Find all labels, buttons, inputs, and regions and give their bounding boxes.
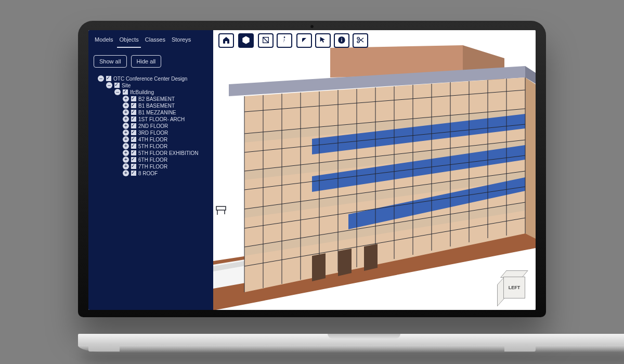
walk-icon xyxy=(280,36,289,46)
visibility-checkbox[interactable] xyxy=(106,76,111,81)
snip-icon xyxy=(356,36,365,46)
expand-toggle[interactable]: + xyxy=(123,150,129,156)
select-icon xyxy=(319,36,327,46)
expand-toggle[interactable]: + xyxy=(123,96,129,102)
laptop-mockup: ModelsObjectsClassesStoreys Show all Hid… xyxy=(78,21,546,317)
visibility-checkbox[interactable] xyxy=(131,137,136,142)
visibility-checkbox[interactable] xyxy=(123,89,128,95)
expand-toggle[interactable]: + xyxy=(123,109,129,115)
camera-dot xyxy=(310,24,314,29)
cube-icon xyxy=(242,36,250,46)
tree-node-label[interactable]: 2ND FLOOR xyxy=(138,123,168,129)
toolbar xyxy=(218,33,368,48)
expand-toggle[interactable]: + xyxy=(123,136,129,142)
expand-toggle[interactable]: + xyxy=(123,163,129,170)
svg-rect-51 xyxy=(216,206,226,210)
nav-cube[interactable]: LEFT xyxy=(497,270,526,300)
visibility-checkbox[interactable] xyxy=(131,164,136,169)
visibility-checkbox[interactable] xyxy=(131,103,136,108)
tree-node-label[interactable]: 7TH FLOOR xyxy=(138,164,167,170)
tree-node-label[interactable]: B2 BASEMENT xyxy=(138,96,175,102)
hide-icon xyxy=(300,36,308,46)
select-button[interactable] xyxy=(315,33,331,48)
expand-toggle[interactable]: + xyxy=(123,170,129,176)
collapse-toggle[interactable]: – xyxy=(114,89,121,95)
tab-objects[interactable]: Objects xyxy=(117,34,140,48)
hide-button[interactable] xyxy=(296,33,312,48)
nav-cube-front[interactable]: LEFT xyxy=(503,277,525,298)
hide-all-button[interactable]: Hide all xyxy=(131,55,162,68)
cube-button[interactable] xyxy=(238,33,254,48)
tabs: ModelsObjectsClassesStoreys xyxy=(88,34,213,50)
home-button[interactable] xyxy=(218,33,234,48)
show-all-button[interactable]: Show all xyxy=(94,55,127,68)
laptop-base xyxy=(78,334,546,360)
viewer[interactable]: LEFT xyxy=(213,30,536,310)
tree-node-label[interactable]: IfcBuilding xyxy=(130,89,154,95)
svg-point-1 xyxy=(284,36,285,38)
walk-button[interactable] xyxy=(277,33,292,48)
section-icon xyxy=(262,36,270,46)
expand-toggle[interactable]: + xyxy=(123,123,129,129)
sidebar: ModelsObjectsClassesStoreys Show all Hid… xyxy=(88,30,213,310)
svg-marker-50 xyxy=(364,244,378,271)
collapse-toggle[interactable]: – xyxy=(106,82,112,88)
tree-node-label[interactable]: OTC Conference Center Design xyxy=(113,76,187,82)
visibility-checkbox[interactable] xyxy=(131,96,136,101)
svg-rect-3 xyxy=(341,39,342,42)
info-button[interactable] xyxy=(334,33,349,48)
tab-storeys[interactable]: Storeys xyxy=(170,34,193,48)
svg-marker-48 xyxy=(312,253,326,281)
tab-classes[interactable]: Classes xyxy=(143,34,167,48)
visibility-checkbox[interactable] xyxy=(131,123,136,128)
visibility-checkbox[interactable] xyxy=(114,83,120,88)
tree-node-label[interactable]: Site xyxy=(122,83,131,88)
visibility-checkbox[interactable] xyxy=(131,110,136,115)
tree-node-label[interactable]: B1 MEZZANINE xyxy=(138,110,176,115)
tree-node-label[interactable]: 6TH FLOOR xyxy=(138,157,167,163)
home-icon xyxy=(222,36,230,46)
tree-node-label[interactable]: 3RD FLOOR xyxy=(138,130,168,136)
laptop-bezel: ModelsObjectsClassesStoreys Show all Hid… xyxy=(78,21,546,317)
svg-marker-49 xyxy=(338,249,352,276)
collapse-toggle[interactable]: – xyxy=(98,75,104,82)
tree-node-label[interactable]: B1 BASEMENT xyxy=(138,103,175,109)
tree-node-label[interactable]: 4TH FLOOR xyxy=(138,137,167,142)
visibility-checkbox[interactable] xyxy=(131,144,136,149)
expand-toggle[interactable]: + xyxy=(123,143,129,149)
object-tree: –OTC Conference Center Design–Site–IfcBu… xyxy=(88,73,213,176)
tree-node-label[interactable]: 1ST FLOOR- ARCH xyxy=(138,116,185,122)
visibility-checkbox[interactable] xyxy=(131,171,136,176)
svg-rect-4 xyxy=(341,38,342,38)
visibility-checkbox[interactable] xyxy=(131,157,136,162)
tree-node-label[interactable]: 8 ROOF xyxy=(138,171,158,176)
expand-toggle[interactable]: + xyxy=(123,102,129,109)
expand-toggle[interactable]: + xyxy=(123,116,129,122)
expand-toggle[interactable]: + xyxy=(123,157,129,163)
visibility-checkbox[interactable] xyxy=(131,130,136,135)
snip-button[interactable] xyxy=(353,33,368,48)
info-icon xyxy=(337,36,346,46)
expand-toggle[interactable]: + xyxy=(123,129,129,136)
section-button[interactable] xyxy=(258,33,274,48)
tree-node-label[interactable]: 5TH FLOOR xyxy=(138,144,167,149)
svg-marker-19 xyxy=(525,77,536,239)
scene-3d[interactable] xyxy=(213,30,536,310)
tree-node-label[interactable]: 5TH FLOOR EXHIBITION xyxy=(138,150,199,156)
screen: ModelsObjectsClassesStoreys Show all Hid… xyxy=(88,30,536,310)
tab-models[interactable]: Models xyxy=(93,34,115,48)
visibility-checkbox[interactable] xyxy=(131,116,136,122)
visibility-checkbox[interactable] xyxy=(131,150,136,155)
